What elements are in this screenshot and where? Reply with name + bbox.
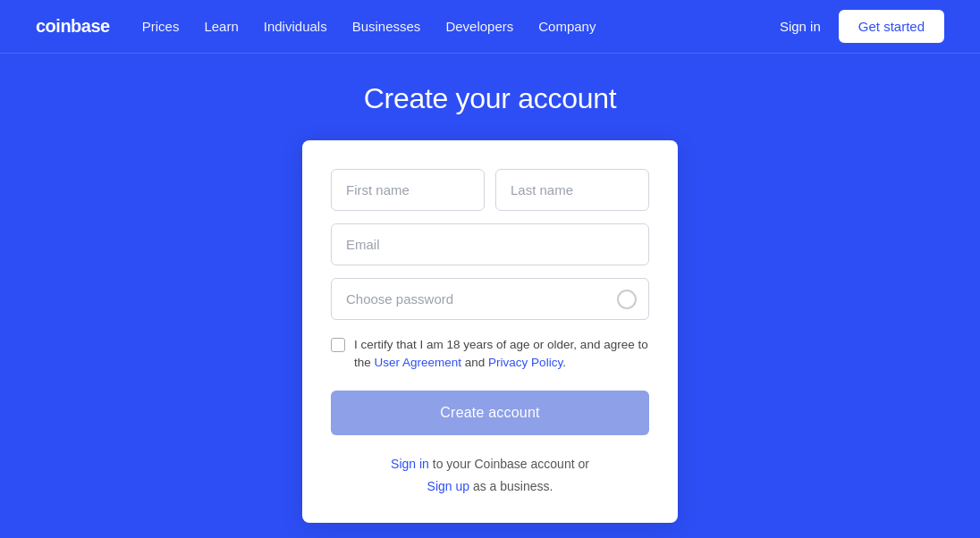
nav-link-company[interactable]: Company [538, 19, 596, 34]
and-text: and [461, 356, 488, 369]
email-input[interactable] [331, 223, 649, 265]
nav-item-prices[interactable]: Prices [142, 19, 180, 35]
nav-item-businesses[interactable]: Businesses [352, 19, 421, 35]
create-account-button[interactable]: Create account [331, 391, 649, 435]
age-agreement-label: I certify that I am 18 years of age or o… [354, 336, 649, 373]
header-right: Sign in Get started [780, 10, 944, 43]
page-title: Create your account [364, 82, 616, 115]
nav-links: Prices Learn Individuals Businesses Deve… [142, 19, 596, 35]
nav-item-company[interactable]: Company [538, 19, 596, 35]
toggle-password-icon[interactable] [617, 290, 637, 309]
header: coinbase Prices Learn Individuals Busine… [0, 0, 980, 54]
signin-line: Sign in to your Coinbase account or [331, 453, 649, 475]
user-agreement-link[interactable]: User Agreement [375, 356, 462, 369]
nav-item-developers[interactable]: Developers [445, 19, 513, 35]
form-footer: Sign in to your Coinbase account or Sign… [331, 453, 649, 498]
get-started-button[interactable]: Get started [839, 10, 944, 43]
main-nav: Prices Learn Individuals Businesses Deve… [142, 19, 596, 35]
nav-link-individuals[interactable]: Individuals [264, 19, 327, 34]
first-name-input[interactable] [331, 169, 485, 211]
sign-in-link[interactable]: Sign in [780, 19, 821, 34]
sign-in-footer-link[interactable]: Sign in [391, 457, 429, 471]
name-row [331, 169, 649, 211]
signup-line: Sign up as a business. [331, 475, 649, 498]
nav-link-developers[interactable]: Developers [445, 19, 513, 34]
age-agreement-row: I certify that I am 18 years of age or o… [331, 336, 649, 373]
age-agreement-checkbox[interactable] [331, 338, 345, 352]
password-wrapper [331, 278, 649, 320]
sign-up-footer-link[interactable]: Sign up [427, 479, 469, 493]
main-content: Create your account I certify that I am … [0, 54, 980, 523]
sign-up-footer-suffix: as a business. [469, 479, 553, 493]
nav-item-individuals[interactable]: Individuals [264, 19, 327, 35]
nav-link-prices[interactable]: Prices [142, 19, 180, 34]
logo[interactable]: coinbase [36, 16, 110, 37]
sign-in-footer-text: to your Coinbase account or [429, 457, 589, 471]
period: . [562, 356, 566, 369]
signup-form-card: I certify that I am 18 years of age or o… [302, 140, 678, 523]
nav-link-learn[interactable]: Learn [204, 19, 238, 34]
header-left: coinbase Prices Learn Individuals Busine… [36, 16, 596, 37]
privacy-policy-link[interactable]: Privacy Policy [488, 356, 562, 369]
nav-link-businesses[interactable]: Businesses [352, 19, 421, 34]
last-name-input[interactable] [495, 169, 649, 211]
password-input[interactable] [331, 278, 649, 320]
nav-item-learn[interactable]: Learn [204, 19, 238, 35]
